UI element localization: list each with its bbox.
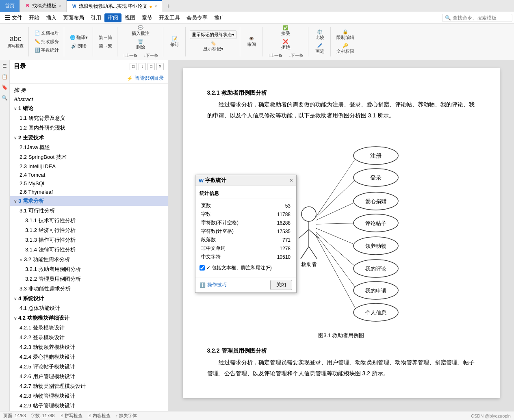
table-row: 字符数(不计空格) 16288 [200,219,292,227]
word-count-modal: W 字数统计 × 统计信息 页数 53 字数 11788 字符数(不计空格) 1… [195,175,297,293]
footnote-checkbox[interactable] [200,265,205,271]
modal-title: W 字数统计 [199,177,226,184]
table-row: 字数 11788 [200,210,292,219]
modal-icon: W [199,178,204,184]
modal-section-title: 统计信息 [200,190,292,199]
modal-close-btn[interactable]: × [290,177,293,184]
modal-checkbox[interactable]: ✓ 包括文本框、脚注和尾注(F) [200,264,292,271]
table-row: 字符数(计空格) 17535 [200,227,292,236]
modal-footer: ℹ️ 操作技巧 关闭 [195,277,296,292]
table-row: 中文字符 10510 [200,253,292,261]
table-row: 段落数 771 [200,236,292,244]
modal-overlay: W 字数统计 × 统计信息 页数 53 字数 11788 字符数(不计空格) 1… [0,0,514,420]
modal-title-bar: W 字数统计 × [195,175,296,186]
modal-close-button[interactable]: 关闭 [270,280,292,290]
table-row: 非中文单词 1278 [200,244,292,253]
table-row: 页数 53 [200,201,292,210]
word-count-table: 页数 53 字数 11788 字符数(不计空格) 16288 字符数(计空格) … [200,201,292,261]
tips-icon: ℹ️ [200,282,206,288]
modal-body: 统计信息 页数 53 字数 11788 字符数(不计空格) 16288 字符数(… [195,186,296,275]
tips-link[interactable]: ℹ️ 操作技巧 [200,281,227,288]
